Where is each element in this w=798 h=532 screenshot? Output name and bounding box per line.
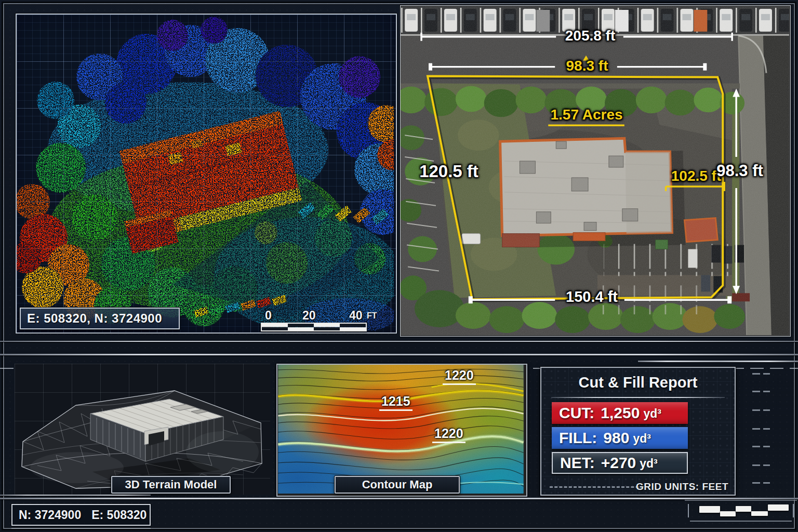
- divider-line: [0, 354, 798, 355]
- scalebar-tick-20: 20: [302, 309, 316, 323]
- dimension-label-bottom: 150.4 ft: [555, 288, 628, 305]
- divider-line-right: [638, 361, 798, 362]
- checkered-scalebar-icon: [685, 500, 797, 525]
- aerial-viewport[interactable]: 205.8 ft 98.3 ft 1.57 Acres 120.5 ft 102…: [400, 5, 791, 337]
- lidar-viewport[interactable]: E: 508320, N: 3724900 0 20 40 FT: [16, 14, 397, 334]
- contour-elevation-label-2: 1215: [379, 394, 413, 411]
- stat-unit: yd³: [633, 432, 651, 446]
- contour-label: Contour Map: [335, 476, 460, 494]
- grid-units-note: GRID UNITS: FEET: [636, 481, 728, 493]
- terrain-model-canvas: [15, 364, 270, 495]
- contour-elevation-label-3: 1220: [432, 426, 466, 443]
- terrain-label: 3D Terrain Model: [111, 476, 231, 494]
- area-label: 1.57 Acres: [546, 107, 627, 123]
- stat-label: NET:: [560, 454, 595, 472]
- stat-value: 980: [603, 429, 629, 447]
- footer-dashed-line: [550, 486, 648, 488]
- dimension-label-left: 120.5 ft: [415, 162, 483, 181]
- stat-value: 1,250: [601, 404, 640, 422]
- status-easting: E: 508320: [91, 508, 147, 522]
- survey-dashboard: E: 508320, N: 3724900 0 20 40 FT: [0, 0, 798, 532]
- contour-elevation-label-1: 1220: [443, 368, 476, 385]
- scalebar-tick-0: 0: [265, 309, 272, 323]
- divider-line: [0, 341, 798, 342]
- lidar-scalebar: 0 20 40 FT: [251, 309, 388, 331]
- stat-value: +270: [601, 454, 636, 472]
- dimension-label-upper-inner: 98.3 ft: [556, 58, 618, 74]
- stat-unit: yd³: [640, 457, 658, 471]
- report-title: Cut & Fill Report: [541, 374, 735, 391]
- status-box-underline: [11, 528, 151, 529]
- contour-viewport[interactable]: 1220 1215 1220 Contour Map: [276, 364, 527, 497]
- terrain-viewport[interactable]: 3D Terrain Model: [15, 364, 270, 495]
- report-title-underline: [551, 397, 725, 398]
- lidar-pointcloud-canvas: [17, 15, 394, 330]
- contour-map-canvas: [277, 365, 524, 494]
- stat-unit: yd³: [643, 407, 661, 421]
- stat-label: CUT:: [559, 404, 594, 422]
- status-northing: N: 3724900: [19, 508, 81, 522]
- status-coordinates: N: 3724900 E: 508320: [11, 504, 151, 526]
- stat-row-fill: FILL: 980 yd³: [552, 427, 688, 449]
- stat-label: FILL:: [559, 429, 597, 447]
- dimension-label-right: 98.3 ft: [709, 162, 770, 180]
- cut-fill-report-panel: Cut & Fill Report CUT: 1,250 yd³ FILL: 9…: [540, 367, 736, 496]
- scalebar-graphic: [261, 323, 367, 331]
- stat-row-net: NET: +270 yd³: [552, 452, 688, 474]
- statusbar-accent-line: [0, 495, 151, 496]
- scalebar-tick-40: 40: [349, 309, 363, 323]
- dimension-label-top: 205.8 ft: [556, 28, 624, 44]
- scalebar-unit: FT: [367, 311, 377, 321]
- statusbar-top-line: [0, 498, 798, 499]
- coordinates-readout: E: 508320, N: 3724900: [20, 308, 180, 329]
- stat-row-cut: CUT: 1,250 yd³: [552, 402, 688, 424]
